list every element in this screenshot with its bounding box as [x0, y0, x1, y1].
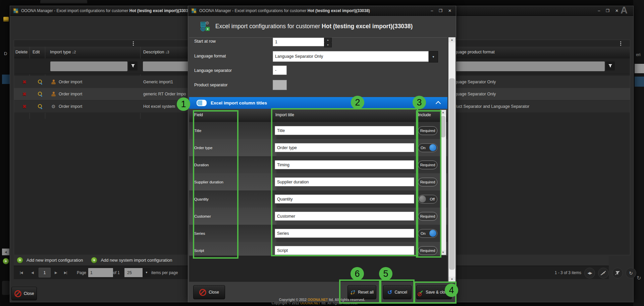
import-type-icon: [51, 76, 56, 88]
scroll-up-icon[interactable]: ▲: [448, 37, 455, 42]
clear-sorting-button[interactable]: ↗: [598, 268, 609, 278]
chevron-down-icon: ▼: [145, 271, 148, 274]
language-separator-input[interactable]: [273, 65, 287, 75]
add-icon: +: [17, 257, 23, 263]
language-format-dropdown-button[interactable]: ▼: [429, 51, 438, 62]
refresh-button[interactable]: ↻: [626, 268, 636, 278]
chevron-up-icon[interactable]: [436, 101, 441, 106]
language-format-label: Language format: [194, 54, 226, 58]
excel-column-titles-section-header[interactable]: Excel import column titles: [189, 97, 447, 109]
import-type-cell: Order import: [59, 76, 82, 88]
background-right-text: eri: [636, 52, 640, 57]
language-format-select[interactable]: [273, 51, 429, 62]
language-separator-label: Language separator: [194, 68, 232, 73]
page-label: Page: [77, 266, 86, 279]
page-size-dropdown-button[interactable]: ▼: [143, 268, 151, 277]
page-size-select[interactable]: 25: [124, 268, 143, 277]
description-cell: Generic import1: [143, 76, 173, 88]
next-page-button[interactable]: ▶: [55, 266, 57, 279]
scrollbar-thumb[interactable]: [449, 78, 455, 270]
modal-title: Excel import configurations for customer…: [215, 23, 413, 30]
add-import-configuration-link[interactable]: Add new import configuration: [26, 258, 83, 263]
close-icon[interactable]: ✕: [615, 9, 619, 13]
product-separator-label: Product separator: [194, 83, 227, 87]
section-toggle-icon[interactable]: [197, 100, 207, 106]
minimize-icon[interactable]: –: [431, 9, 433, 13]
page-number-button[interactable]: 1: [39, 268, 51, 277]
annotation-box-field-column: [193, 110, 238, 259]
start-at-row-label: Start at row: [194, 39, 216, 44]
add-system-import-configuration-link[interactable]: Add new system import configuration: [101, 258, 172, 263]
main-window-title: OOONA Manager - Excel import configurati…: [21, 8, 192, 13]
delete-icon[interactable]: ✖: [22, 104, 26, 109]
spin-up-icon[interactable]: ▲: [324, 38, 332, 42]
scroll-down-icon[interactable]: ▼: [448, 277, 455, 282]
refresh-icon: ↻: [629, 271, 633, 276]
modal-header: ⚙↑x Excel import configurations for cust…: [188, 15, 456, 37]
import-type-icon: [51, 100, 56, 113]
gear-icon: [51, 104, 56, 109]
background-button-fragment: [2, 281, 10, 295]
start-at-row-input[interactable]: [273, 38, 324, 46]
first-page-button[interactable]: |◀: [20, 266, 22, 279]
maximize-icon[interactable]: ❐: [606, 9, 609, 13]
of-pages-label: of 1: [113, 266, 120, 279]
user-icon: [51, 80, 56, 84]
import-type-filter-button[interactable]: [128, 61, 138, 71]
column-menu-icon-right[interactable]: [620, 41, 621, 46]
background-right-strip: [633, 0, 644, 306]
close-icon[interactable]: ✕: [448, 9, 451, 13]
annotation-circle-1: 1: [177, 97, 190, 111]
background-add-icon: +: [3, 258, 9, 264]
modal-close-button[interactable]: Close: [193, 285, 225, 299]
language-product-format-filter-input[interactable]: [456, 61, 605, 71]
language-product-format-filter-button[interactable]: [606, 61, 615, 71]
import-type-cell: Order import: [59, 100, 82, 113]
maximize-icon[interactable]: ❐: [439, 9, 442, 13]
delete-icon[interactable]: ✖: [22, 91, 26, 97]
background-tab-fragment: [40, 0, 87, 3]
background-scroll-left-button[interactable]: ◀: [2, 249, 9, 255]
main-window-controls: – ❐ ✕: [598, 6, 619, 15]
product-separator-input-disabled: [273, 80, 287, 90]
background-right-filter-fragment: [635, 64, 644, 73]
modal-titlebar[interactable]: OOONA Manager - Excel import configurati…: [188, 6, 456, 16]
scrollbar-thumb[interactable]: [441, 116, 445, 137]
clear-filters-button[interactable]: [612, 268, 623, 278]
magnifier-icon[interactable]: [38, 80, 43, 84]
prev-page-button[interactable]: ◀: [31, 266, 34, 279]
annotation-box-cancel: [380, 279, 415, 304]
a-indicator: A: [621, 5, 628, 16]
modal-window-title: OOONA Manager - Excel import configurati…: [199, 8, 370, 13]
column-delete[interactable]: Delete: [15, 50, 29, 54]
import-type-cell: Order import: [59, 88, 82, 100]
annotation-box-reset-all: [339, 279, 380, 304]
column-menu-icon[interactable]: [133, 41, 134, 46]
main-close-button[interactable]: Close: [11, 287, 37, 300]
last-page-button[interactable]: ▶|: [64, 266, 67, 279]
fit-columns-button[interactable]: ◀|▶: [584, 268, 595, 278]
minimize-icon[interactable]: –: [598, 9, 600, 13]
fit-columns-icon: ◀|▶: [587, 271, 592, 275]
magnifier-icon[interactable]: [38, 92, 43, 96]
excel-import-icon: ⚙↑x: [201, 22, 211, 31]
column-description[interactable]: Description ↓3: [143, 50, 169, 54]
modal-scrollbar[interactable]: ▲ ▼: [448, 37, 455, 282]
page-input[interactable]: [88, 268, 113, 277]
annotation-box-include-column: [416, 110, 441, 258]
annotation-circle-2: 2: [351, 96, 364, 109]
items-count-label: 1 - 3 of 3 items: [550, 266, 581, 279]
funnel-icon: [608, 64, 612, 68]
magnifier-icon[interactable]: [38, 104, 43, 109]
column-import-type[interactable]: Import type ↓2: [50, 50, 76, 54]
start-at-row-spinner[interactable]: ▲▼: [324, 38, 332, 47]
modal-window-controls: – ❐ ✕: [431, 6, 451, 15]
background-column-letter: D: [4, 51, 7, 56]
add-icon: +: [91, 257, 97, 263]
prohibit-icon: [199, 289, 206, 296]
import-type-filter-input[interactable]: [50, 61, 127, 71]
delete-icon[interactable]: ✖: [22, 79, 26, 85]
column-edit[interactable]: Edit: [33, 50, 40, 54]
spin-down-icon[interactable]: ▼: [324, 43, 332, 47]
annotation-circle-6: 6: [351, 267, 364, 280]
